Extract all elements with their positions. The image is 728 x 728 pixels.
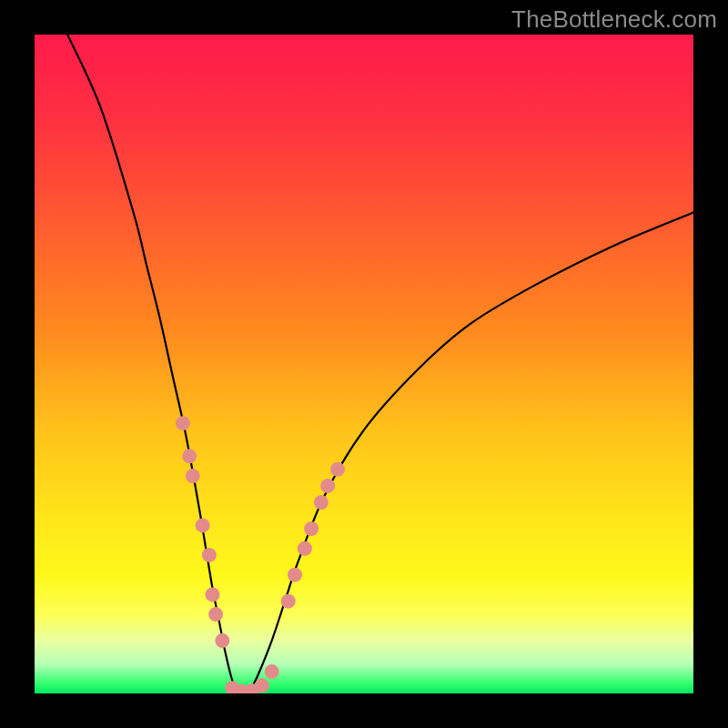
- dots-right-marker: [298, 541, 312, 556]
- dots-left-marker: [196, 518, 210, 532]
- dots-left-marker: [208, 607, 223, 622]
- dots-right-marker: [314, 495, 329, 510]
- dots-left-marker: [205, 587, 219, 602]
- dots-left-marker: [186, 469, 200, 483]
- dots-right-marker: [330, 462, 345, 477]
- dots-left-marker: [182, 449, 197, 463]
- watermark-text: TheBottleneck.com: [511, 5, 717, 34]
- dots-bottom-marker: [255, 678, 269, 693]
- dots-left-marker: [176, 416, 190, 430]
- dots-right-marker: [320, 479, 335, 493]
- dots-right-marker: [288, 568, 302, 582]
- plot-area: [35, 35, 693, 693]
- dots-right-marker: [281, 594, 296, 609]
- dots-left-marker: [202, 548, 217, 562]
- dots-bottom-marker: [265, 664, 279, 679]
- bottleneck-curve: [35, 35, 693, 693]
- dots-left-marker: [215, 633, 229, 648]
- dots-right-marker: [304, 521, 318, 536]
- chart-frame: TheBottleneck.com: [0, 0, 728, 728]
